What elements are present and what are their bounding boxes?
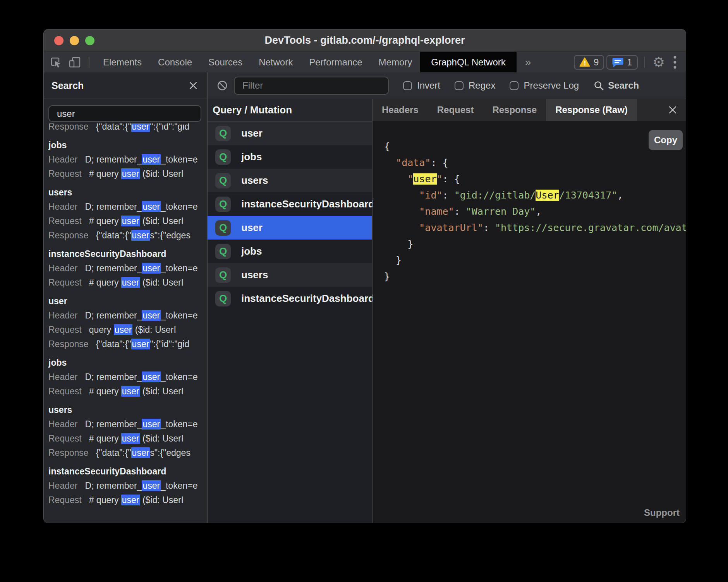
minimize-window-button[interactable] — [70, 36, 79, 45]
search-result-text: ($id: UserI — [140, 169, 184, 179]
search-match-highlight: user — [142, 201, 161, 212]
clear-filter-icon[interactable] — [217, 80, 228, 91]
checkbox-invert[interactable]: Invert — [403, 80, 440, 91]
json-token: , — [536, 206, 541, 217]
query-list-item-users[interactable]: Qusers — [208, 169, 372, 192]
tab-elements[interactable]: Elements — [95, 52, 150, 72]
network-search-toggle[interactable]: Search — [594, 80, 639, 91]
search-result-row[interactable]: HeaderD; remember_user_token=e — [48, 417, 207, 431]
search-result-row[interactable]: Request# query user ($id: UserI — [48, 276, 207, 290]
search-result-row[interactable]: Request# query user ($id: UserI — [48, 167, 207, 181]
search-result-row[interactable]: Requestquery user ($id: UserI — [48, 323, 207, 337]
query-list-item-label: user — [241, 222, 263, 234]
tab-memory[interactable]: Memory — [371, 52, 421, 72]
search-result-text: ($id: UserI — [140, 433, 184, 443]
checkbox-preserve-log[interactable]: Preserve Log — [510, 80, 579, 91]
search-match-highlight: user — [121, 216, 140, 226]
search-result-row[interactable]: Request# query user ($id: UserI — [48, 214, 207, 228]
search-result-kind-label: Header — [48, 310, 77, 320]
search-result-row[interactable]: HeaderD; remember_user_token=e — [48, 308, 207, 323]
search-result-text: D; remember_ — [85, 263, 142, 273]
close-detail-icon[interactable] — [668, 105, 677, 115]
search-result-text: s":{"edges — [150, 448, 191, 458]
filter-options: InvertRegexPreserve Log — [389, 80, 579, 91]
search-result-row[interactable]: Request# query user ($id: UserI — [48, 431, 207, 446]
search-result-group-title[interactable]: user — [48, 294, 207, 308]
search-result-group-title[interactable]: users — [48, 185, 207, 200]
search-panel-title: Search — [52, 80, 84, 91]
json-line: "avatarUrl": "https://secure.gravatar.co… — [384, 222, 686, 233]
search-result-row[interactable]: HeaderD; remember_user_token=e — [48, 152, 207, 167]
json-token: " — [407, 173, 413, 185]
support-link[interactable]: Support — [644, 507, 680, 518]
search-result-value: D; remember_user_token=e — [85, 310, 197, 321]
detail-tab-response[interactable]: Response — [483, 99, 546, 121]
search-result-text: # query — [89, 216, 121, 226]
inspect-element-icon[interactable] — [50, 56, 62, 68]
search-result-row[interactable]: Response{"data":{"user":{"id":"gid — [48, 123, 207, 134]
search-result-group-title[interactable]: instanceSecurityDashboard — [48, 247, 207, 261]
more-tabs-chevron-icon[interactable]: » — [517, 56, 540, 68]
tab-sources[interactable]: Sources — [200, 52, 251, 72]
device-toolbar-icon[interactable] — [69, 56, 82, 68]
tab-console[interactable]: Console — [150, 52, 200, 72]
query-list-item-instancesecuritydashboard[interactable]: QinstanceSecurityDashboard — [208, 192, 372, 216]
search-result-text: _token=e — [161, 310, 197, 320]
query-list-item-label: users — [241, 175, 268, 187]
search-result-value: # query user ($id: UserI — [89, 168, 184, 179]
search-match-highlight: user — [142, 263, 161, 274]
search-result-value: D; remember_user_token=e — [85, 480, 197, 491]
search-result-row[interactable]: Response{"data":{"user":{"id":"gid — [48, 337, 207, 351]
search-result-row[interactable]: Request# query user ($id: UserI — [48, 493, 207, 507]
query-list-item-user[interactable]: Quser — [208, 216, 372, 240]
search-result-text: # query — [89, 169, 121, 179]
detail-tab-request[interactable]: Request — [428, 99, 483, 121]
tab-network[interactable]: Network — [251, 52, 301, 72]
search-result-row[interactable]: HeaderD; remember_user_token=e — [48, 370, 207, 384]
search-result-row[interactable]: Response{"data":{"users":{"edges — [48, 228, 207, 243]
json-token: } — [384, 238, 413, 250]
query-list-item-jobs[interactable]: Qjobs — [208, 145, 372, 169]
close-window-button[interactable] — [54, 36, 64, 45]
detail-tab-response-raw[interactable]: Response (Raw) — [546, 99, 637, 121]
detail-tab-headers[interactable]: Headers — [373, 99, 428, 121]
search-match-highlight: user — [131, 230, 150, 241]
more-options-icon[interactable] — [673, 55, 676, 69]
query-list-item-user[interactable]: Quser — [208, 122, 372, 145]
search-result-group-title[interactable]: instanceSecurityDashboard — [48, 464, 207, 479]
filter-input[interactable] — [234, 77, 389, 95]
settings-gear-icon[interactable]: ⚙ — [652, 55, 665, 69]
query-list-item-instancesecuritydashboard[interactable]: QinstanceSecurityDashboard — [208, 287, 372, 310]
json-token: : { — [431, 157, 448, 168]
close-search-panel-icon[interactable] — [188, 80, 198, 91]
query-type-badge: Q — [215, 197, 231, 212]
checkbox-regex[interactable]: Regex — [455, 80, 495, 91]
search-result-row[interactable]: HeaderD; remember_user_token=e — [48, 261, 207, 276]
json-token: "data" — [396, 157, 431, 168]
messages-badge[interactable]: 1 — [606, 55, 637, 70]
warnings-badge[interactable]: 9 — [574, 55, 604, 70]
search-results-list: Response{"data":{"user":{"id":"gidjobsHe… — [44, 123, 207, 523]
search-input[interactable] — [48, 105, 201, 122]
json-token: : { — [443, 173, 460, 185]
tab-performance[interactable]: Performance — [301, 52, 370, 72]
search-result-group-title[interactable]: jobs — [48, 356, 207, 370]
search-result-kind-label: Request — [48, 386, 82, 396]
search-result-group-title[interactable]: jobs — [48, 138, 207, 152]
zoom-window-button[interactable] — [85, 36, 94, 45]
search-result-text: _token=e — [161, 154, 197, 164]
regex-checkbox-label: Regex — [469, 80, 495, 91]
search-result-row[interactable]: Request# query user ($id: UserI — [48, 384, 207, 399]
search-result-row[interactable]: HeaderD; remember_user_token=e — [48, 200, 207, 214]
query-list-item-jobs[interactable]: Qjobs — [208, 240, 372, 263]
network-search-label: Search — [608, 80, 639, 91]
query-list-item-users[interactable]: Qusers — [208, 263, 372, 287]
search-result-group-title[interactable]: users — [48, 403, 207, 417]
json-token — [384, 222, 419, 233]
search-result-row[interactable]: Response{"data":{"users":{"edges — [48, 446, 207, 460]
query-list-item-label: users — [241, 269, 268, 281]
search-result-row[interactable]: HeaderD; remember_user_token=e — [48, 479, 207, 493]
regex-checkbox-box — [455, 81, 464, 90]
copy-button[interactable]: Copy — [649, 130, 683, 150]
tab-graphql-network[interactable]: GraphQL Network — [420, 52, 517, 72]
